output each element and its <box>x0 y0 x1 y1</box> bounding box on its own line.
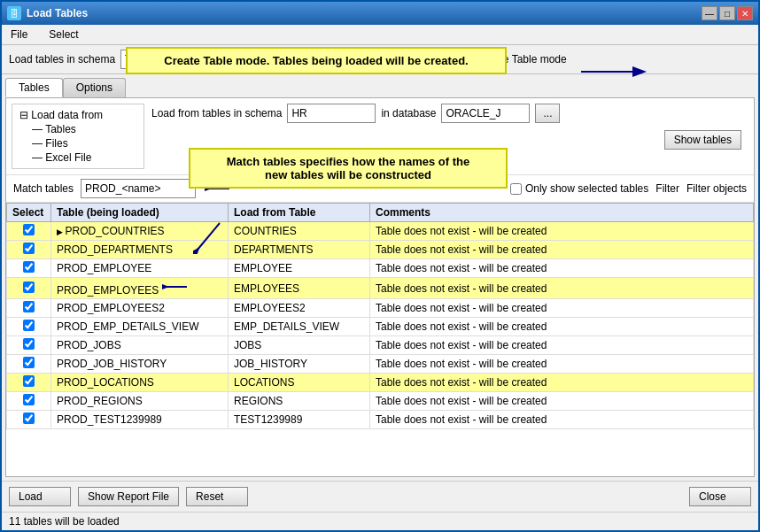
cell-table-name: PROD_EMPLOYEES <box>51 278 229 299</box>
tab-options[interactable]: Options <box>63 78 126 97</box>
cell-table-name: PROD_JOB_HISTORY <box>51 355 229 374</box>
table-row: PROD_EMP_DETAILS_VIEWEMP_DETAILS_VIEWTab… <box>7 318 754 336</box>
cell-comment: Table does not exist - will be created <box>370 299 754 318</box>
col-comments: Comments <box>370 204 754 222</box>
employees-arrow <box>162 280 189 294</box>
table-row: PROD_EMPLOYEESEMPLOYEESTable does not ex… <box>7 278 754 299</box>
cell-select <box>7 355 51 374</box>
cell-comment: Table does not exist - will be created <box>370 222 754 241</box>
cell-table-name: PROD_EMPLOYEES2 <box>51 299 229 318</box>
cell-load-from: LOCATIONS <box>229 374 370 392</box>
menu-select[interactable]: Select <box>45 27 81 42</box>
cell-comment: Table does not exist - will be created <box>370 411 754 429</box>
cell-load-from: JOBS <box>229 336 370 355</box>
show-report-button[interactable]: Show Report File <box>78 487 179 506</box>
cell-comment: Table does not exist - will be created <box>370 392 754 411</box>
bottom-bar: Load Show Report File Reset Close <box>2 481 758 512</box>
title-bar: 🗄 Load Tables — □ ✕ <box>2 2 758 25</box>
cell-comment: Table does not exist - will be created <box>370 336 754 355</box>
table-row: PROD_JOB_HISTORYJOB_HISTORYTable does no… <box>7 355 754 374</box>
source-database-field[interactable] <box>441 104 530 123</box>
toolbar-row: Create Table mode. Tables being loaded w… <box>2 45 758 74</box>
cell-select <box>7 278 51 299</box>
cell-load-from: DEPARTMENTS <box>229 241 370 259</box>
tree-files[interactable]: — Files <box>16 136 140 150</box>
table-row: PROD_LOCATIONSLOCATIONSTable does not ex… <box>7 374 754 392</box>
maximize-button[interactable]: □ <box>719 6 735 20</box>
cell-table-name: PROD_REGIONS <box>51 392 229 411</box>
tab-tables[interactable]: Tables <box>5 78 63 97</box>
close-button[interactable]: ✕ <box>737 6 753 20</box>
menu-file[interactable]: File <box>7 27 31 42</box>
cell-table-name: PROD_TEST1239989 <box>51 411 229 429</box>
cell-load-from: TEST1239989 <box>229 411 370 429</box>
row-checkbox[interactable] <box>23 357 35 368</box>
cell-load-from: COUNTRIES <box>229 222 370 241</box>
show-tables-area: Show tables <box>151 130 741 150</box>
window-icon: 🗄 <box>7 6 21 20</box>
cell-select <box>7 392 51 411</box>
row-checkbox[interactable] <box>23 261 35 273</box>
source-row-schema: Load from tables in schema in database .… <box>151 104 741 123</box>
row-checkbox[interactable] <box>23 224 35 235</box>
menu-bar: File Select <box>2 25 758 45</box>
source-schema-field[interactable] <box>287 104 376 123</box>
cell-table-name: PROD_EMP_DETAILS_VIEW <box>51 318 229 336</box>
row-checkbox[interactable] <box>23 281 35 293</box>
main-window: 🗄 Load Tables — □ ✕ File Select Create T… <box>0 0 760 532</box>
row-checkbox[interactable] <box>23 320 35 331</box>
cell-load-from: EMP_DETAILS_VIEW <box>229 318 370 336</box>
data-table: Select Table (being loaded) Load from Ta… <box>6 203 754 429</box>
table-row: PROD_EMPLOYEES2EMPLOYEES2Table does not … <box>7 299 754 318</box>
source-schema-label: Load from tables in schema <box>151 107 282 120</box>
cell-table-name: PROD_EMPLOYEE <box>51 259 229 278</box>
minimize-button[interactable]: — <box>702 6 717 20</box>
cell-load-from: JOB_HISTORY <box>229 355 370 374</box>
cell-select <box>7 222 51 241</box>
table-row: ▶ PROD_COUNTRIESCOUNTRIESTable does not … <box>7 222 754 241</box>
filter-objects-label: Filter objects <box>686 182 747 195</box>
row-checkbox[interactable] <box>23 243 35 254</box>
cell-select <box>7 374 51 392</box>
status-bar: 11 tables will be loaded <box>2 512 758 530</box>
window-title: Load Tables <box>27 7 88 19</box>
callout-match-tables: Match tables specifies how the names of … <box>189 148 508 189</box>
cell-select <box>7 336 51 355</box>
filter-label: Filter <box>655 182 679 195</box>
row-checkbox[interactable] <box>23 394 35 405</box>
cell-select <box>7 411 51 429</box>
table-header-row: Select Table (being loaded) Load from Ta… <box>7 204 754 222</box>
match-field[interactable] <box>81 179 196 198</box>
tree-excel[interactable]: — Excel File <box>16 150 140 165</box>
row-checkbox[interactable] <box>23 338 35 350</box>
load-button[interactable]: Load <box>9 487 71 506</box>
table-container[interactable]: Select Table (being loaded) Load from Ta… <box>6 203 754 476</box>
row-checkbox[interactable] <box>23 375 35 387</box>
table-row: PROD_REGIONSREGIONSTable does not exist … <box>7 392 754 411</box>
only-selected-label[interactable]: Only show selected tables <box>510 182 648 195</box>
show-tables-button[interactable]: Show tables <box>664 130 741 150</box>
table-row: PROD_DEPARTMENTSDEPARTMENTSTable does no… <box>7 241 754 259</box>
only-selected-checkbox[interactable] <box>510 183 522 195</box>
table-row: PROD_TEST1239989TEST1239989Table does no… <box>7 411 754 429</box>
tab-content: ⊟ Load data from — Tables — Files — Exce… <box>5 97 755 477</box>
cell-comment: Table does not exist - will be created <box>370 259 754 278</box>
cell-table-name: PROD_JOBS <box>51 336 229 355</box>
row-checkbox[interactable] <box>23 301 35 312</box>
source-browse-button[interactable]: ... <box>535 104 560 123</box>
svg-line-1 <box>198 223 220 250</box>
tree-root: ⊟ Load data from <box>16 108 140 122</box>
cell-select <box>7 259 51 278</box>
reset-button[interactable]: Reset <box>186 487 248 506</box>
cell-comment: Table does not exist - will be created <box>370 374 754 392</box>
main-content: Tables Options ⊟ Load data from — Tables… <box>2 74 758 481</box>
cell-load-from: EMPLOYEES2 <box>229 299 370 318</box>
row-checkbox[interactable] <box>23 412 35 424</box>
schema-label: Load tables in schema <box>9 53 115 66</box>
cell-comment: Table does not exist - will be created <box>370 241 754 259</box>
tree-panel: ⊟ Load data from — Tables — Files — Exce… <box>12 104 144 169</box>
close-button-bottom[interactable]: Close <box>689 487 751 506</box>
table-row: PROD_EMPLOYEEEMPLOYEETable does not exis… <box>7 259 754 278</box>
cell-comment: Table does not exist - will be created <box>370 355 754 374</box>
tree-tables[interactable]: — Tables <box>16 122 140 136</box>
